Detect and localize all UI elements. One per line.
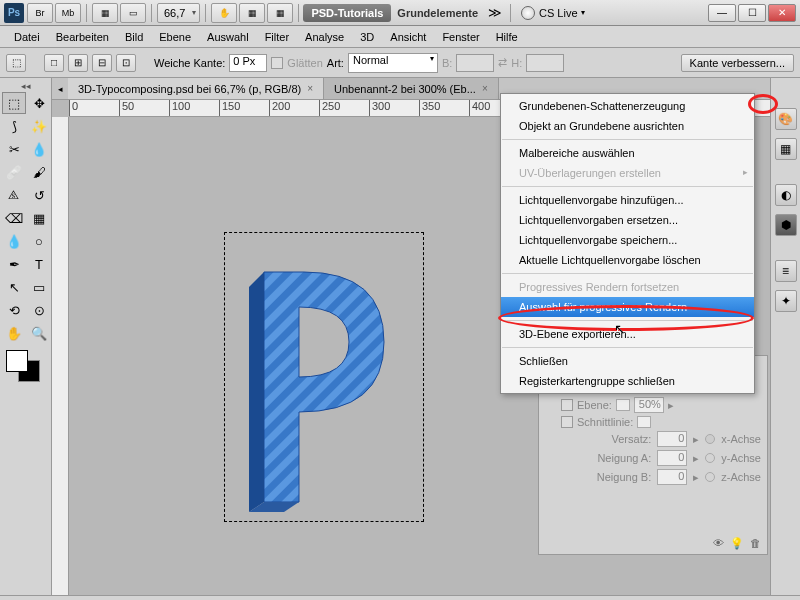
minibridge-button[interactable]: Mb [55, 3, 81, 23]
crop-tool[interactable]: ✂ [2, 138, 26, 160]
plane-color [616, 399, 630, 411]
type-tool[interactable]: T [27, 253, 51, 275]
cm-replace-lights[interactable]: Lichtquellenvorgaben ersetzen... [501, 210, 754, 230]
menu-datei[interactable]: Datei [6, 28, 48, 46]
selection-subtract-icon[interactable]: ⊟ [92, 54, 112, 72]
menu-filter[interactable]: Filter [257, 28, 297, 46]
title-bar: Ps Br Mb ▦ ▭ 66,7 ✋ ▦ ▦ PSD-Tutorials Gr… [0, 0, 800, 26]
layers-panel-icon[interactable]: ≡ [775, 260, 797, 282]
toolbox: ◂◂ ⬚ ✥ ⟆ ✨ ✂ 💧 🩹 🖌 ⧌ ↺ ⌫ ▦ 💧 ○ ✒ T ↖ ▭ ⟲… [0, 78, 52, 595]
workspace-active[interactable]: PSD-Tutorials [303, 4, 391, 22]
cm-ground-shadow[interactable]: Grundebenen-Schattenerzeugung [501, 96, 754, 116]
vertical-ruler [52, 117, 69, 595]
menu-auswahl[interactable]: Auswahl [199, 28, 257, 46]
selection-intersect-icon[interactable]: ⊡ [116, 54, 136, 72]
cm-add-light[interactable]: Lichtquellenvorgabe hinzufügen... [501, 190, 754, 210]
workspace-other[interactable]: Grundelemente [391, 7, 484, 19]
menu-fenster[interactable]: Fenster [434, 28, 487, 46]
menu-analyse[interactable]: Analyse [297, 28, 352, 46]
3d-camera-tool[interactable]: ⊙ [27, 299, 51, 321]
zoom-dropdown[interactable]: 66,7 [157, 3, 200, 23]
refine-edge-button[interactable]: Kante verbessern... [681, 54, 794, 72]
tiltb-value: 0 [657, 469, 687, 485]
cm-export-3d[interactable]: 3D-Ebene exportieren... [501, 324, 754, 344]
move-tool[interactable]: ✥ [27, 92, 51, 114]
tools-panel-icon[interactable]: ✦ [775, 290, 797, 312]
close-tab-icon[interactable]: × [482, 83, 488, 94]
cm-close[interactable]: Schließen [501, 351, 754, 371]
zaxis-label: z-Achse [721, 471, 761, 483]
cm-snap-ground[interactable]: Objekt an Grundebene ausrichten [501, 116, 754, 136]
dodge-tool[interactable]: ○ [27, 230, 51, 252]
color-swatches[interactable] [6, 350, 46, 386]
tilta-value: 0 [657, 450, 687, 466]
minimize-button[interactable]: — [708, 4, 736, 22]
lasso-tool[interactable]: ⟆ [2, 115, 26, 137]
hand-icon[interactable]: ✋ [211, 3, 237, 23]
gradient-tool[interactable]: ▦ [27, 207, 51, 229]
xaxis-label: x-Achse [721, 433, 761, 445]
screenmode-icon[interactable]: ▭ [120, 3, 146, 23]
style-select[interactable]: Normal [348, 53, 438, 73]
3d-panel-icon[interactable]: ⬢ [775, 214, 797, 236]
menu-ansicht[interactable]: Ansicht [382, 28, 434, 46]
extras-icon[interactable]: ▦ [239, 3, 265, 23]
status-bar: 66,67% ▸ Belichtung funktioniert nur bei… [0, 595, 800, 600]
width-input [456, 54, 494, 72]
selection-new-icon[interactable]: □ [44, 54, 64, 72]
adjustments-panel-icon[interactable]: ◐ [775, 184, 797, 206]
cm-save-light[interactable]: Lichtquellenvorgabe speichern... [501, 230, 754, 250]
3d-rotate-tool[interactable]: ⟲ [2, 299, 26, 321]
plane-opacity: 50% [634, 397, 664, 413]
feather-input[interactable]: 0 Px [229, 54, 267, 72]
document-tab-2[interactable]: Unbenannt-2 bei 300% (Eb...× [324, 78, 499, 99]
cslive-button[interactable]: CS Live ▾ [521, 6, 585, 20]
maximize-button[interactable]: ☐ [738, 4, 766, 22]
xaxis-radio [705, 434, 715, 444]
document-tab-1[interactable]: 3D-Typocomposing.psd bei 66,7% (p, RGB/8… [68, 78, 324, 99]
close-tab-icon[interactable]: × [307, 83, 313, 94]
menu-bar: Datei Bearbeiten Bild Ebene Auswahl Filt… [0, 26, 800, 48]
bridge-button[interactable]: Br [27, 3, 53, 23]
hand-tool[interactable]: ✋ [2, 322, 26, 344]
intersect-label: Schnittlinie: [577, 416, 633, 428]
menu-bearbeiten[interactable]: Bearbeiten [48, 28, 117, 46]
blur-tool[interactable]: 💧 [2, 230, 26, 252]
more-icon[interactable]: ≫ [488, 5, 502, 20]
tab-arrow-icon[interactable]: ◂ [52, 78, 68, 99]
cm-delete-light[interactable]: Aktuelle Lichtquellenvorgabe löschen [501, 250, 754, 270]
eraser-tool[interactable]: ⌫ [2, 207, 26, 229]
eyedropper-tool[interactable]: 💧 [27, 138, 51, 160]
pen-tool[interactable]: ✒ [2, 253, 26, 275]
color-panel-icon[interactable]: 🎨 [775, 108, 797, 130]
path-tool[interactable]: ↖ [2, 276, 26, 298]
marquee-tool[interactable]: ⬚ [2, 92, 26, 114]
guides-icon[interactable]: ▦ [267, 3, 293, 23]
stamp-tool[interactable]: ⧌ [2, 184, 26, 206]
options-bar: ⬚ □ ⊞ ⊟ ⊡ Weiche Kante: 0 Px Glätten Art… [0, 48, 800, 78]
foreground-color[interactable] [6, 350, 28, 372]
cm-selection-render[interactable]: Auswahl für progressives Rendern [501, 297, 754, 317]
zoom-tool[interactable]: 🔍 [27, 322, 51, 344]
wand-tool[interactable]: ✨ [27, 115, 51, 137]
width-label: B: [442, 57, 452, 69]
height-input [526, 54, 564, 72]
cm-select-paintable[interactable]: Malbereiche auswählen [501, 143, 754, 163]
close-button[interactable]: ✕ [768, 4, 796, 22]
healing-tool[interactable]: 🩹 [2, 161, 26, 183]
panel-trash-icon[interactable]: 🗑 [750, 537, 761, 550]
arrange-icon[interactable]: ▦ [92, 3, 118, 23]
brush-tool[interactable]: 🖌 [27, 161, 51, 183]
menu-3d[interactable]: 3D [352, 28, 382, 46]
selection-add-icon[interactable]: ⊞ [68, 54, 88, 72]
panel-toggle-icon[interactable]: 👁 [713, 537, 724, 550]
menu-ebene[interactable]: Ebene [151, 28, 199, 46]
panel-light-icon[interactable]: 💡 [730, 537, 744, 550]
menu-bild[interactable]: Bild [117, 28, 151, 46]
shape-tool[interactable]: ▭ [27, 276, 51, 298]
swatches-panel-icon[interactable]: ▦ [775, 138, 797, 160]
history-brush-tool[interactable]: ↺ [27, 184, 51, 206]
marquee-tool-icon[interactable]: ⬚ [6, 54, 26, 72]
menu-hilfe[interactable]: Hilfe [488, 28, 526, 46]
cm-close-group[interactable]: Registerkartengruppe schließen [501, 371, 754, 391]
